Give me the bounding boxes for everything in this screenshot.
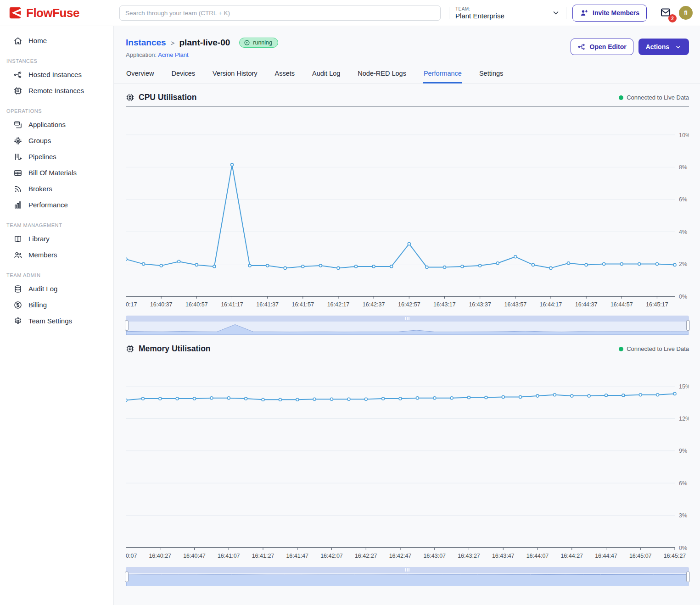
- sidebar-item-label: Library: [28, 235, 50, 243]
- sidebar-section-operations: OPERATIONS: [0, 108, 113, 117]
- sidebar-item-hosted-instances[interactable]: Hosted Instances: [0, 67, 113, 83]
- sidebar-item-library[interactable]: Library: [0, 231, 113, 247]
- section-title: CPU Utilisation: [139, 93, 196, 102]
- sidebar-item-label: Audit Log: [28, 285, 57, 293]
- svg-text:16:44:57: 16:44:57: [610, 301, 633, 308]
- svg-text:16:42:37: 16:42:37: [363, 301, 385, 308]
- flowfuse-logo[interactable]: FlowFuse: [0, 6, 111, 20]
- brokers-icon: [13, 184, 22, 194]
- svg-text:16:45:17: 16:45:17: [646, 301, 668, 308]
- brush-drag-strip[interactable]: [126, 316, 689, 322]
- logo-text: FlowFuse: [26, 6, 79, 20]
- page-title: plant-live-00: [179, 38, 230, 48]
- actions-button[interactable]: Actions: [638, 39, 689, 55]
- divider: [566, 7, 566, 19]
- sidebar-item-label: Applications: [28, 121, 66, 128]
- tab-settings[interactable]: Settings: [479, 65, 504, 83]
- brush-minimap: [126, 322, 689, 335]
- svg-text:16:41:27: 16:41:27: [252, 553, 274, 559]
- sidebar-item-pipelines[interactable]: Pipelines: [0, 149, 113, 165]
- svg-text:3%: 3%: [679, 512, 687, 519]
- breadcrumb-separator: >: [171, 39, 175, 47]
- brush-handle-left[interactable]: [125, 572, 129, 582]
- brush-handle-right[interactable]: [686, 572, 690, 582]
- brush-handle-right[interactable]: [686, 320, 690, 331]
- sidebar-item-applications[interactable]: Applications: [0, 117, 113, 133]
- members-icon: [13, 250, 22, 260]
- svg-text:16:41:57: 16:41:57: [291, 301, 314, 308]
- svg-text:15%: 15%: [679, 383, 689, 390]
- sidebar-item-label: Billing: [28, 301, 47, 309]
- notifications-button[interactable]: 2: [659, 7, 673, 19]
- tab-version-history[interactable]: Version History: [212, 65, 258, 83]
- open-editor-button[interactable]: Open Editor: [571, 39, 633, 55]
- svg-text:0:07: 0:07: [126, 553, 137, 559]
- home-icon: [13, 36, 22, 45]
- sidebar-item-label: Bill Of Materials: [28, 169, 77, 177]
- sidebar-item-bill-of-materials[interactable]: Bill Of Materials: [0, 165, 113, 181]
- svg-text:16:45:07: 16:45:07: [629, 553, 652, 559]
- svg-text:16:43:47: 16:43:47: [492, 553, 515, 559]
- svg-text:16:42:27: 16:42:27: [355, 553, 377, 559]
- svg-text:0%: 0%: [679, 545, 687, 551]
- sidebar-item-label: Pipelines: [28, 153, 56, 161]
- bill-of-materials-icon: [13, 168, 22, 178]
- editor-icon: [577, 43, 586, 51]
- top-bar: FlowFuse TEAM: Plant Enterprise Invite M…: [0, 0, 700, 26]
- svg-text:16:42:07: 16:42:07: [320, 553, 343, 559]
- sidebar-item-performance[interactable]: Performance: [0, 197, 113, 213]
- svg-text:16:41:37: 16:41:37: [256, 301, 279, 308]
- memory-chart-brush[interactable]: [126, 567, 689, 586]
- svg-text:6%: 6%: [679, 196, 687, 203]
- section-divider: [126, 106, 689, 107]
- sidebar-item-groups[interactable]: Groups: [0, 133, 113, 149]
- tab-overview[interactable]: Overview: [126, 65, 154, 83]
- cpu-utilisation-section: CPU Utilisation Connected to Live Data 0…: [114, 93, 700, 335]
- cpu-chart-brush[interactable]: [126, 316, 689, 335]
- tab-audit-log[interactable]: Audit Log: [312, 65, 341, 83]
- sidebar-item-label: Groups: [28, 137, 51, 144]
- brush-handle-left[interactable]: [125, 320, 129, 331]
- team-selector[interactable]: TEAM: Plant Enterprise: [455, 6, 560, 20]
- sidebar-item-billing[interactable]: Billing: [0, 297, 113, 313]
- sidebar-item-label: Home: [28, 37, 47, 44]
- tab-devices[interactable]: Devices: [171, 65, 196, 83]
- audit-log-icon: [13, 284, 22, 294]
- svg-text:16:40:57: 16:40:57: [185, 301, 208, 308]
- application-link[interactable]: Acme Plant: [158, 51, 188, 58]
- sidebar-item-brokers[interactable]: Brokers: [0, 181, 113, 197]
- grip-icon: [405, 568, 409, 572]
- team-label: TEAM:: [455, 6, 504, 11]
- tab-performance[interactable]: Performance: [423, 65, 462, 83]
- svg-text:16:42:17: 16:42:17: [327, 301, 350, 308]
- svg-text:16:44:07: 16:44:07: [526, 553, 549, 559]
- groups-icon: [13, 136, 22, 145]
- live-dot-icon: [619, 95, 623, 100]
- breadcrumb-instances-link[interactable]: Instances: [126, 38, 166, 48]
- avatar[interactable]: fl: [679, 6, 693, 20]
- sidebar-item-team-settings[interactable]: Team Settings: [0, 313, 113, 329]
- sidebar-item-members[interactable]: Members: [0, 247, 113, 263]
- svg-text:16:42:47: 16:42:47: [389, 553, 412, 559]
- section-divider: [126, 358, 689, 358]
- sidebar: HomeINSTANCESHosted InstancesRemote Inst…: [0, 26, 114, 605]
- sidebar-section-team-management: TEAM MANAGEMENT: [0, 222, 113, 231]
- sidebar-item-remote-instances[interactable]: Remote Instances: [0, 83, 113, 99]
- search-input[interactable]: [119, 6, 441, 21]
- chevron-down-icon: [552, 9, 560, 17]
- hosted-instances-icon: [13, 70, 22, 79]
- grip-icon: [405, 317, 409, 320]
- sidebar-section-team-admin: TEAM ADMIN: [0, 272, 113, 281]
- sidebar-item-home[interactable]: Home: [0, 33, 113, 49]
- svg-text:16:41:17: 16:41:17: [221, 301, 243, 308]
- sidebar-item-label: Members: [28, 251, 57, 259]
- user-plus-icon: [580, 9, 588, 17]
- memory-chart: 0%3%6%9%12%15%0:0716:40:2716:40:4716:41:…: [126, 359, 689, 561]
- svg-text:16:40:27: 16:40:27: [149, 553, 171, 559]
- tab-node-red-logs[interactable]: Node-RED Logs: [357, 65, 407, 83]
- sidebar-item-audit-log[interactable]: Audit Log: [0, 281, 113, 297]
- invite-members-button[interactable]: Invite Members: [572, 5, 647, 22]
- tab-assets[interactable]: Assets: [274, 65, 296, 83]
- brush-drag-strip[interactable]: [126, 567, 689, 573]
- notification-badge: 2: [668, 14, 677, 22]
